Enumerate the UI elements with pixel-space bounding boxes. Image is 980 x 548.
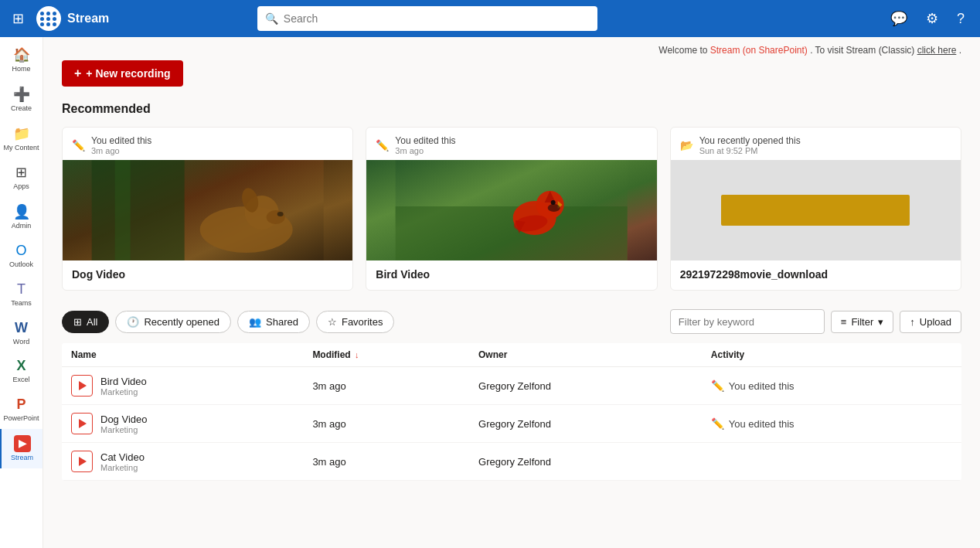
help-icon[interactable]: ?: [951, 8, 971, 30]
sidebar-item-word[interactable]: W Word: [0, 314, 43, 352]
file-name-bird: Bird Video: [100, 376, 147, 387]
table-header-row: Name Modified ↓ Owner Activity: [62, 343, 961, 367]
welcome-text: Welcome to: [658, 45, 709, 56]
filter-right: ≡ Filter ▾ ↑ Upload: [670, 309, 961, 334]
my-content-icon: 📁: [13, 125, 30, 142]
main-content: Welcome to Stream (on SharePoint) . To v…: [43, 37, 980, 548]
bird-thumbnail: [366, 160, 656, 260]
play-icon-dog[interactable]: [71, 413, 93, 434]
row-modified-bird: 3m ago: [303, 367, 469, 405]
powerpoint-icon: P: [16, 397, 26, 413]
sidebar-label-my-content: My Content: [3, 144, 39, 152]
sidebar-item-excel[interactable]: X Excel: [0, 352, 43, 390]
filter-all[interactable]: ⊞ All: [62, 311, 109, 333]
movie-bar: [721, 195, 910, 226]
sidebar-item-outlook[interactable]: O Outlook: [0, 237, 43, 275]
row-owner-cat: Gregory Zelfond: [469, 443, 702, 481]
file-name-dog: Dog Video: [100, 414, 147, 425]
sidebar-item-home[interactable]: 🏠 Home: [0, 40, 43, 80]
activity-cell-bird: ✏️ You edited this: [711, 380, 952, 392]
logo-dot: [40, 17, 44, 21]
sidebar-label-teams: Teams: [11, 299, 32, 308]
search-bar: 🔍: [257, 6, 597, 31]
card-title-bird: Bird Video: [366, 260, 656, 290]
recommended-title: Recommended: [62, 102, 961, 116]
chevron-down-icon: ▾: [878, 316, 883, 328]
word-icon: W: [15, 320, 28, 336]
table-row[interactable]: Dog Video Marketing 3m ago Gregory Zelfo…: [62, 405, 961, 443]
svg-rect-7: [115, 160, 131, 260]
sidebar-label-apps: Apps: [13, 182, 29, 191]
stream-sharepoint-link[interactable]: Stream (on SharePoint): [710, 45, 808, 56]
row-activity-cat: [702, 443, 961, 481]
table-row[interactable]: Cat Video Marketing 3m ago Gregory Zelfo…: [62, 443, 961, 481]
card-meta-time-dog: 3m ago: [91, 146, 151, 155]
search-input[interactable]: [257, 6, 597, 31]
card-meta-dog: ✏️ You edited this 3m ago: [63, 128, 352, 160]
play-triangle-dog: [79, 419, 87, 428]
logo-dot: [46, 17, 50, 21]
filter-row: ⊞ All 🕐 Recently opened 👥 Shared ☆ Favor…: [62, 309, 961, 334]
sidebar-item-apps[interactable]: ⊞ Apps: [0, 158, 43, 197]
new-recording-label: + New recording: [86, 67, 170, 80]
home-icon: 🏠: [13, 46, 30, 63]
edit-icon: ✏️: [72, 139, 85, 151]
waffle-icon[interactable]: ⊞: [9, 7, 27, 30]
file-folder-bird: Marketing: [100, 387, 147, 397]
sidebar-item-teams[interactable]: T Teams: [0, 275, 43, 314]
logo-dot: [40, 22, 44, 26]
play-triangle: [79, 381, 87, 390]
activity-edit-icon-dog: ✏️: [711, 417, 724, 430]
admin-icon: 👤: [13, 203, 30, 220]
card-meta-text-bird: You edited this: [395, 135, 455, 146]
new-recording-button[interactable]: + + New recording: [62, 60, 183, 87]
logo-dot: [53, 12, 56, 15]
card-title-movie: 2921972298movie_download: [671, 260, 961, 290]
topnav-actions: 💬 ⚙ ?: [884, 7, 971, 30]
cards-row: ✏️ You edited this 3m ago: [62, 127, 961, 291]
upload-button[interactable]: ↑ Upload: [900, 311, 961, 333]
logo-dot: [46, 12, 50, 15]
table-row[interactable]: Bird Video Marketing 3m ago Gregory Zelf…: [62, 367, 961, 405]
dog-image: [63, 160, 352, 260]
classic-link[interactable]: click here: [917, 45, 957, 56]
file-row-name-dog: Dog Video Marketing: [71, 413, 294, 434]
sort-arrow-icon: ↓: [355, 350, 359, 359]
sidebar-item-my-content[interactable]: 📁 My Content: [0, 119, 43, 158]
star-icon: ☆: [328, 316, 337, 328]
logo-dot: [46, 22, 50, 26]
card-movie[interactable]: 📂 You recently opened this Sun at 9:52 P…: [670, 127, 961, 291]
settings-icon[interactable]: ⚙: [920, 7, 944, 30]
filter-keyword-input[interactable]: [670, 309, 825, 334]
play-icon-cat[interactable]: [71, 451, 93, 472]
card-dog-video[interactable]: ✏️ You edited this 3m ago: [62, 127, 353, 291]
sidebar-label-excel: Excel: [12, 376, 29, 384]
bird-image: [366, 160, 656, 260]
sidebar-item-stream[interactable]: ▶ Stream: [0, 429, 43, 468]
filter-favorites[interactable]: ☆ Favorites: [316, 311, 394, 333]
stream-icon: ▶: [14, 435, 31, 452]
filter-button[interactable]: ≡ Filter ▾: [831, 311, 893, 333]
row-modified-cat: 3m ago: [303, 443, 469, 481]
upload-btn-label: Upload: [920, 316, 951, 328]
play-icon-bird[interactable]: [71, 375, 93, 397]
row-activity-bird: ✏️ You edited this: [702, 367, 961, 405]
folder-icon: 📂: [680, 139, 693, 151]
sidebar-item-admin[interactable]: 👤 Admin: [0, 197, 43, 237]
teams-icon: T: [17, 281, 26, 298]
sidebar-item-powerpoint[interactable]: P PowerPoint: [0, 390, 43, 429]
feedback-icon[interactable]: 💬: [884, 7, 914, 30]
row-name-cell-cat: Cat Video Marketing: [62, 443, 303, 481]
sidebar-item-create[interactable]: ➕ Create: [0, 80, 43, 119]
logo-dot: [40, 12, 44, 15]
people-icon: 👥: [249, 316, 261, 328]
card-meta-time-movie: Sun at 9:52 PM: [699, 146, 801, 155]
card-bird-video[interactable]: ✏️ You edited this 3m ago: [366, 127, 657, 291]
excel-icon: X: [16, 358, 26, 374]
recommended-section: Recommended ✏️ You edited this 3m ago: [62, 102, 961, 291]
col-modified: Modified ↓: [303, 343, 469, 367]
sidebar-label-create: Create: [11, 104, 32, 113]
logo-circle: [36, 6, 61, 31]
filter-recently-opened[interactable]: 🕐 Recently opened: [115, 311, 231, 333]
filter-shared[interactable]: 👥 Shared: [237, 311, 310, 333]
